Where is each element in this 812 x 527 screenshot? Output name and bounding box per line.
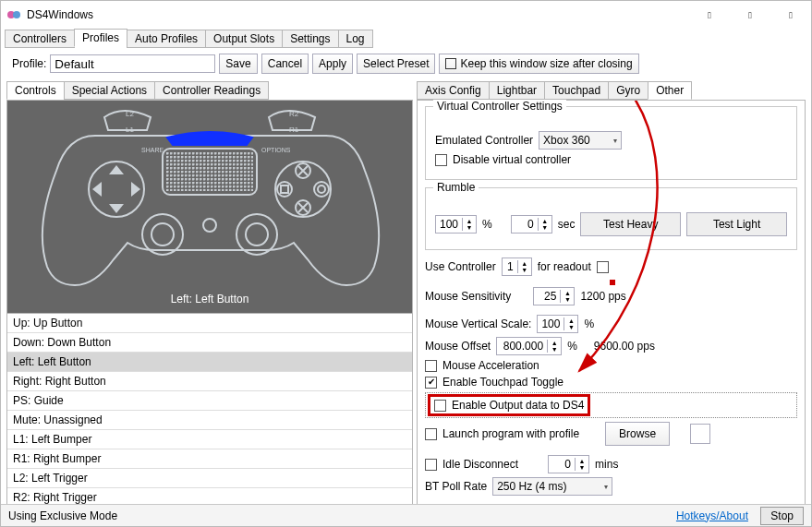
emulated-controller-select[interactable]: Xbox 360 ▾: [539, 131, 622, 150]
list-item[interactable]: Left: Left Button: [7, 353, 412, 372]
apply-button[interactable]: Apply: [312, 54, 353, 74]
svg-point-12: [314, 182, 329, 197]
program-icon-box[interactable]: [690, 424, 710, 444]
for-readout-label: for readout: [538, 260, 591, 273]
rumble-percent-unit: %: [482, 218, 492, 231]
hotkeys-about-link[interactable]: Hotkeys/About: [676, 509, 748, 522]
disable-vc-checkbox[interactable]: [435, 154, 447, 166]
mouse-vertical-scale-unit: %: [584, 317, 594, 330]
svg-text:L2: L2: [126, 110, 134, 118]
close-button[interactable]: : [770, 1, 811, 29]
idle-disconnect-label: Idle Disconnect: [442, 458, 518, 471]
use-controller-input[interactable]: 1 ▲▼: [502, 258, 532, 276]
bt-poll-rate-label: BT Poll Rate: [425, 480, 487, 493]
list-item[interactable]: Mute: Unassigned: [7, 411, 412, 430]
right-pane: Axis Config Lightbar Touchpad Gyro Other…: [417, 100, 806, 515]
tab-gyro[interactable]: Gyro: [608, 81, 648, 100]
svg-point-20: [246, 223, 268, 246]
status-mode: Using Exclusive Mode: [8, 509, 117, 522]
cancel-button[interactable]: Cancel: [261, 54, 309, 74]
touchpad-toggle-label: Enable Touchpad Toggle: [442, 376, 564, 389]
svg-point-13: [318, 186, 325, 193]
idle-disconnect-unit: mins: [595, 458, 618, 471]
svg-point-15: [277, 182, 292, 197]
list-item[interactable]: L2: Left Trigger: [7, 469, 412, 488]
minimize-button[interactable]: : [689, 1, 730, 29]
tab-touchpad[interactable]: Touchpad: [544, 81, 609, 100]
tab-output-slots[interactable]: Output Slots: [205, 30, 283, 48]
output-ds4-highlight: Enable Output data to DS4: [428, 394, 590, 416]
idle-disconnect-input[interactable]: 0 ▲▼: [548, 455, 589, 473]
svg-point-18: [151, 223, 174, 246]
title-bar: DS4Windows   : [1, 1, 811, 29]
mouse-sensitivity-pps: 1200 pps: [580, 290, 625, 303]
controller-caption: Left: Left Button: [7, 293, 412, 305]
mouse-sensitivity-label: Mouse Sensitivity: [425, 290, 511, 303]
status-bar: Using Exclusive Mode Hotkeys/About Stop: [1, 504, 811, 526]
svg-text:OPTIONS: OPTIONS: [261, 147, 291, 153]
tab-auto-profiles[interactable]: Auto Profiles: [127, 30, 206, 48]
annotation-dot-icon: [610, 280, 615, 285]
svg-point-23: [203, 219, 216, 232]
mouse-offset-input[interactable]: 800.000 ▲▼: [496, 337, 562, 355]
mouse-vertical-scale-input[interactable]: 100 ▲▼: [537, 315, 578, 333]
tab-other[interactable]: Other: [648, 81, 692, 100]
rumble-sec-input[interactable]: 0 ▲▼: [511, 215, 552, 234]
svg-rect-7: [166, 152, 253, 191]
keep-window-size-label: Keep this window size after closing: [460, 57, 632, 70]
bt-poll-rate-value: 250 Hz (4 ms): [497, 480, 566, 493]
test-heavy-button[interactable]: Test Heavy: [580, 212, 681, 236]
svg-text:R2: R2: [289, 110, 299, 118]
mouse-offset-label: Mouse Offset: [425, 340, 491, 353]
tab-profiles[interactable]: Profiles: [74, 29, 127, 47]
browse-button[interactable]: Browse: [605, 422, 670, 446]
keep-window-size-checkbox[interactable]: [445, 58, 456, 69]
left-pane: Controls Special Actions Controller Read…: [6, 100, 413, 515]
list-item[interactable]: R1: Right Bumper: [7, 449, 412, 469]
svg-text:L1: L1: [126, 126, 134, 134]
tab-controller-readings[interactable]: Controller Readings: [154, 81, 269, 100]
rumble-sec-unit: sec: [558, 218, 576, 231]
profile-name-input[interactable]: [50, 54, 215, 73]
tab-axis-config[interactable]: Axis Config: [417, 81, 490, 100]
test-light-button[interactable]: Test Light: [686, 212, 787, 236]
list-item[interactable]: PS: Guide: [7, 391, 412, 411]
mouse-offset-unit: %: [567, 340, 577, 353]
output-ds4-checkbox[interactable]: [434, 400, 446, 412]
mouse-acceleration-checkbox[interactable]: [425, 360, 437, 372]
launch-program-checkbox[interactable]: [425, 428, 437, 440]
tab-settings[interactable]: Settings: [282, 30, 338, 48]
rumble-percent-input[interactable]: 100 ▲▼: [435, 215, 477, 234]
select-preset-button[interactable]: Select Preset: [357, 54, 435, 74]
launch-program-label: Launch program with profile: [442, 427, 579, 440]
svg-point-19: [236, 214, 277, 255]
virtual-controller-group: Virtual Controller Settings Emulated Con…: [425, 106, 797, 180]
idle-disconnect-checkbox[interactable]: [425, 459, 437, 471]
svg-text:R1: R1: [289, 126, 299, 134]
list-item[interactable]: Down: Down Button: [7, 333, 412, 353]
list-item[interactable]: Up: Up Button: [7, 314, 412, 333]
svg-point-1: [13, 11, 20, 18]
tab-controls[interactable]: Controls: [6, 81, 65, 100]
tab-log[interactable]: Log: [338, 30, 373, 48]
keep-window-size-toggle[interactable]: Keep this window size after closing: [439, 54, 638, 74]
tab-lightbar[interactable]: Lightbar: [489, 81, 545, 100]
controller-diagram[interactable]: L2 R2 L1 R1: [7, 101, 412, 313]
mapping-list[interactable]: Up: Up Button Down: Down Button Left: Le…: [7, 313, 412, 511]
main-tabstrip: Controllers Profiles Auto Profiles Outpu…: [1, 29, 811, 48]
save-button[interactable]: Save: [219, 54, 257, 74]
chevron-down-icon: ▾: [613, 137, 617, 145]
for-readout-checkbox[interactable]: [597, 261, 609, 273]
touchpad-toggle-checkbox[interactable]: ✔: [425, 377, 437, 389]
tab-controllers[interactable]: Controllers: [5, 30, 75, 48]
mouse-sensitivity-input[interactable]: 25 ▲▼: [533, 287, 575, 305]
emulated-controller-label: Emulated Controller: [435, 134, 533, 147]
list-item[interactable]: L1: Left Bumper: [7, 430, 412, 449]
bt-poll-rate-select[interactable]: 250 Hz (4 ms) ▾: [492, 477, 612, 496]
tab-special-actions[interactable]: Special Actions: [64, 81, 155, 100]
svg-point-17: [142, 214, 183, 255]
maximize-button[interactable]: : [730, 1, 770, 29]
stop-button[interactable]: Stop: [760, 507, 804, 525]
app-logo-icon: [6, 7, 21, 22]
list-item[interactable]: Right: Right Button: [7, 372, 412, 391]
